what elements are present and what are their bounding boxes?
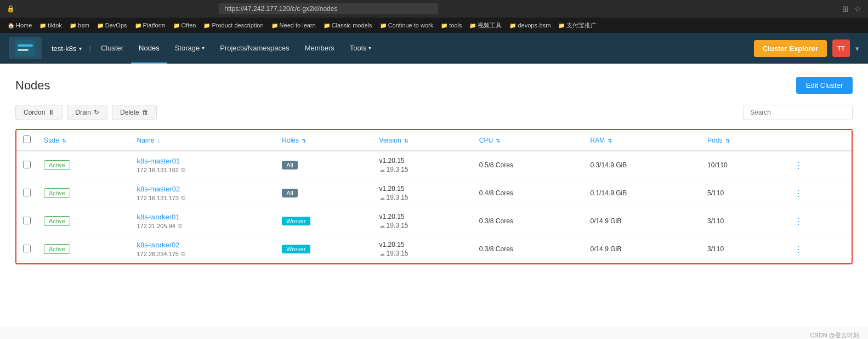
nav-link-tools[interactable]: Tools ▾ [342,33,379,64]
bookmark-continue-work[interactable]: 📁 Continue to work [377,21,437,30]
nav-logo [9,37,42,59]
edit-cluster-button[interactable]: Edit Cluster [796,77,853,94]
col-name-label: Name [137,137,154,144]
bookmark-tiktok[interactable]: 📁 tiktok [36,21,65,30]
avatar-text: TT [837,45,844,52]
delete-button[interactable]: Delete 🗑 [112,105,157,120]
bookmark-alipay[interactable]: 📁 支付宝推广 [555,20,600,31]
address-bar[interactable]: https://47.242.177.120/c/c-gx2kl/nodes [219,3,438,14]
row-checkbox[interactable] [23,189,31,196]
ip-text: 172.16.131.173 [137,195,178,201]
drain-button[interactable]: Drain ↻ [67,105,107,120]
sort-icon: ↓ [157,138,160,144]
col-name[interactable]: Name ↓ [130,130,275,151]
row-checkbox-cell [16,235,37,263]
nav-link-storage[interactable]: Storage ▾ [167,33,213,64]
cpu-value: 0.3/8 Cores [479,245,513,253]
table-row: Active k8s-master01 172.16.131.162 ⧉ All… [16,151,852,179]
node-ip: 172.26.234.175 ⧉ [137,250,269,257]
node-name-link[interactable]: k8s-worker01 [137,213,269,221]
row-more-button[interactable]: ⋮ [791,244,806,255]
bookmark-devops-bsm[interactable]: 📁 devops-bsm [506,21,554,30]
extensions-icon[interactable]: ⊞ [842,4,849,13]
status-badge: Active [44,216,70,226]
nav-link-tools-label: Tools [350,44,366,52]
pods-value: 3/110 [707,245,724,253]
col-pods[interactable]: Pods ⇅ [701,130,784,151]
row-more-button[interactable]: ⋮ [791,160,806,171]
sort-icon: ⇅ [62,138,66,144]
nav-link-members[interactable]: Members [297,33,342,64]
select-all-checkbox[interactable] [23,135,31,143]
nav-link-projects[interactable]: Projects/Namespaces [212,33,297,64]
col-cpu[interactable]: CPU ⇅ [473,130,584,151]
nav-link-nodes-label: Nodes [139,44,160,52]
row-cpu-cell: 0.3/8 Cores [473,207,584,235]
copy-icon[interactable]: ⧉ [178,222,182,229]
bookmark-label: Classic models [332,22,372,29]
user-avatar[interactable]: TT [832,39,850,57]
col-version[interactable]: Version ⇅ [373,130,473,151]
pods-value: 5/110 [707,189,724,197]
col-roles[interactable]: Roles ⇅ [275,130,372,151]
copy-icon[interactable]: ⧉ [181,194,185,201]
col-state[interactable]: State ⇅ [37,130,130,151]
cloud-icon: ☁ [379,251,385,257]
copy-icon[interactable]: ⧉ [181,250,185,257]
version-main: v1.20.15 [379,185,466,193]
row-role-cell: Worker [275,207,372,235]
col-ram[interactable]: RAM ⇅ [583,130,701,151]
pods-value: 3/110 [707,217,724,225]
row-checkbox[interactable] [23,245,31,252]
bookmark-video-tools[interactable]: 📁 视频工具 [466,20,505,31]
nav-link-nodes[interactable]: Nodes [131,33,167,64]
bookmark-label: Home [16,22,32,29]
bookmark-product-desc[interactable]: 📁 Product description [200,21,266,30]
ram-value: 0/14.9 GiB [590,217,621,225]
nav-link-cluster[interactable]: Cluster [93,33,131,64]
page-header: Nodes Edit Cluster [15,77,853,94]
bookmark-home[interactable]: 🏠 Home [4,21,35,30]
chevron-down-icon: ▾ [202,45,205,51]
bookmark-tools[interactable]: 📁 tools [438,21,465,30]
bookmark-devops[interactable]: 📁 DevOps [94,21,131,30]
search-input[interactable] [743,105,853,120]
node-ip: 172.16.131.173 ⧉ [137,194,269,201]
cordon-button[interactable]: Cordon ⏸ [15,105,63,120]
bookmark-often[interactable]: 📁 Often [170,21,200,30]
row-more-button[interactable]: ⋮ [791,188,806,199]
cordon-label: Cordon [24,109,45,116]
cluster-selector[interactable]: test-k8s ▾ [46,41,87,56]
version-sub: ☁ 19.3.15 [379,194,466,201]
row-more-button[interactable]: ⋮ [791,216,806,227]
bookmark-bsm[interactable]: 📁 bsm [66,21,93,30]
folder-icon: 📁 [509,22,516,29]
avatar-chevron-icon[interactable]: ▾ [855,44,859,53]
row-role-cell: Worker [275,235,372,263]
bookmark-icon[interactable]: ☆ [854,4,861,13]
col-cpu-label: CPU [479,137,493,144]
row-name-cell: k8s-master01 172.16.131.162 ⧉ [130,151,275,179]
row-status-cell: Active [37,207,130,235]
bookmark-label: Platform [143,22,166,29]
cluster-explorer-button[interactable]: Cluster Explorer [754,40,827,57]
bookmark-platform[interactable]: 📁 Platform [132,21,169,30]
row-checkbox-cell [16,207,37,235]
row-name-cell: k8s-master02 172.16.131.173 ⧉ [130,179,275,207]
node-name-link[interactable]: k8s-master02 [137,185,269,193]
folder-icon: 📁 [70,22,76,29]
bookmark-need-to-learn[interactable]: 📁 Need to learn [268,21,319,30]
sort-icon: ⇅ [725,138,730,144]
node-name-link[interactable]: k8s-worker02 [137,241,269,249]
bookmark-classic-models[interactable]: 📁 Classic models [320,21,376,30]
cloud-icon: ☁ [379,195,385,201]
row-more-cell: ⋮ [784,235,852,263]
node-name-link[interactable]: k8s-master01 [137,157,269,165]
browser-security-icon: 🔒 [7,5,15,13]
copy-icon[interactable]: ⧉ [181,166,185,173]
row-checkbox[interactable] [23,217,31,224]
chevron-down-icon: ▾ [368,45,371,51]
chevron-down-icon: ▾ [79,46,82,52]
row-checkbox[interactable] [23,161,31,168]
row-pods-cell: 3/110 [701,235,784,263]
